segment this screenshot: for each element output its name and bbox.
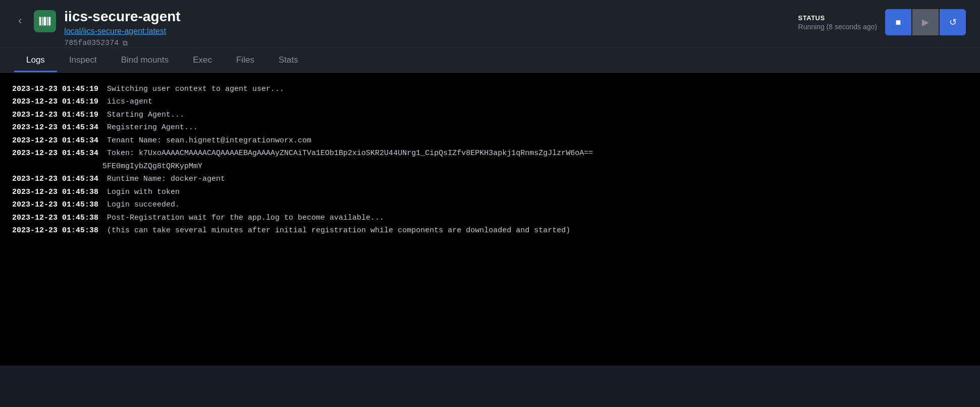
header-info: iics-secure-agent local/iics-secure-agen… <box>64 9 180 47</box>
log-message: Registering Agent... <box>102 121 198 134</box>
action-buttons: ■ ▶ ↺ <box>885 9 966 35</box>
log-timestamp: 2023-12-23 01:45:19 <box>12 83 98 96</box>
log-line: 2023-12-23 01:45:19 Switching user conte… <box>12 83 968 96</box>
log-line: 2023-12-23 01:45:38 Login with token <box>12 186 968 199</box>
tab-exec[interactable]: Exec <box>181 48 224 72</box>
log-timestamp: 2023-12-23 01:45:38 <box>12 186 98 199</box>
tab-logs[interactable]: Logs <box>14 48 57 72</box>
svg-rect-1 <box>42 17 43 26</box>
log-message: Switching user context to agent user... <box>102 83 284 96</box>
stop-button[interactable]: ■ <box>885 9 911 35</box>
tab-inspect[interactable]: Inspect <box>57 48 109 72</box>
tab-stats[interactable]: Stats <box>266 48 310 72</box>
log-timestamp: 2023-12-23 01:45:34 <box>12 134 98 147</box>
svg-rect-4 <box>49 17 51 26</box>
container-id: 785fa0352374 <box>64 39 119 47</box>
status-value: Running (8 seconds ago) <box>798 23 877 31</box>
log-area[interactable]: 2023-12-23 01:45:19 Switching user conte… <box>0 73 980 366</box>
log-message: Starting Agent... <box>102 109 184 122</box>
log-line: 2023-12-23 01:45:34 Registering Agent... <box>12 121 968 134</box>
svg-rect-2 <box>44 17 46 26</box>
status-label: STATUS <box>798 14 877 22</box>
log-message: Login succeeded. <box>102 198 180 212</box>
header-right: STATUS Running (8 seconds ago) ■ ▶ ↺ <box>798 9 966 44</box>
log-timestamp: 2023-12-23 01:45:19 <box>12 95 98 109</box>
log-line: 2023-12-23 01:45:34 Tenant Name: sean.hi… <box>12 134 968 147</box>
container-name-title: iics-secure-agent <box>64 9 180 25</box>
tabs-bar: LogsInspectBind mountsExecFilesStats <box>0 48 980 73</box>
tab-bind-mounts[interactable]: Bind mounts <box>109 48 181 72</box>
log-timestamp: 2023-12-23 01:45:38 <box>12 198 98 212</box>
log-line: 2023-12-23 01:45:19 Starting Agent... <box>12 109 968 122</box>
header: ‹ iics-secure-agent local/iics-secure-ag… <box>0 0 980 48</box>
status-section: STATUS Running (8 seconds ago) <box>798 14 877 31</box>
log-timestamp: 2023-12-23 01:45:34 <box>12 121 98 134</box>
log-line: 2023-12-23 01:45:38 (this can take sever… <box>12 224 968 237</box>
copy-icon[interactable]: ⧉ <box>123 39 128 47</box>
header-left: ‹ iics-secure-agent local/iics-secure-ag… <box>14 9 181 47</box>
back-button[interactable]: ‹ <box>14 12 26 29</box>
log-timestamp: 2023-12-23 01:45:38 <box>12 212 98 225</box>
log-line: 2023-12-23 01:45:34 Token: k7UxoAAAACMAA… <box>12 147 968 173</box>
tab-files[interactable]: Files <box>224 48 266 72</box>
log-message: Token: k7UxoAAAACMAAAACAQAAAAEBAgAAAAyZN… <box>102 147 593 173</box>
log-timestamp: 2023-12-23 01:45:38 <box>12 224 98 237</box>
log-message: (this can take several minutes after ini… <box>102 224 570 237</box>
log-message: Login with token <box>102 186 180 199</box>
svg-rect-0 <box>39 17 41 26</box>
log-line: 2023-12-23 01:45:34 Runtime Name: docker… <box>12 173 968 186</box>
log-message: Post-Registration wait for the app.log t… <box>102 212 384 225</box>
svg-rect-3 <box>47 17 48 26</box>
log-message: iics-agent <box>102 95 152 109</box>
log-message: Tenant Name: sean.hignett@integrationwor… <box>102 134 311 147</box>
container-icon <box>34 10 56 32</box>
container-link[interactable]: local/iics-secure-agent:latest <box>64 27 180 36</box>
log-line: 2023-12-23 01:45:19 iics-agent <box>12 95 968 109</box>
play-button[interactable]: ▶ <box>912 9 939 35</box>
log-line: 2023-12-23 01:45:38 Post-Registration wa… <box>12 212 968 225</box>
log-timestamp: 2023-12-23 01:45:34 <box>12 147 98 173</box>
log-timestamp: 2023-12-23 01:45:34 <box>12 173 98 186</box>
log-line: 2023-12-23 01:45:38 Login succeeded. <box>12 198 968 212</box>
log-message: Runtime Name: docker-agent <box>102 173 225 186</box>
log-timestamp: 2023-12-23 01:45:19 <box>12 109 98 122</box>
restart-button[interactable]: ↺ <box>940 9 966 35</box>
container-id-row: 785fa0352374 ⧉ <box>64 39 180 47</box>
